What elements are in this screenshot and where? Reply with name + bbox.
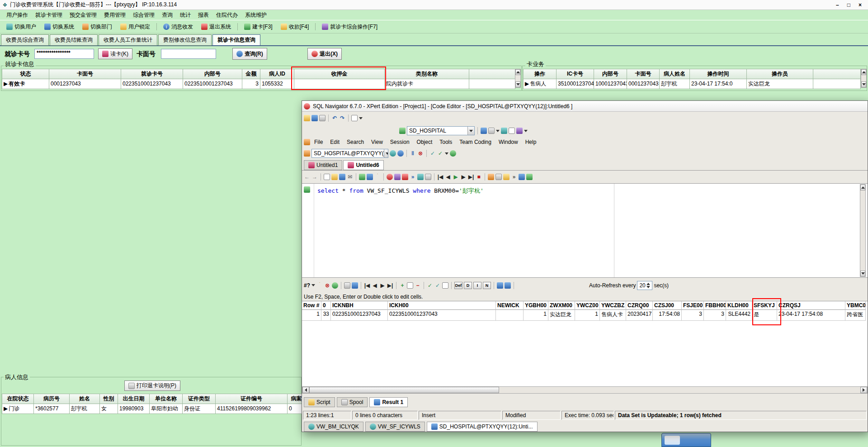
- toolbar-item-switch-user[interactable]: 切换用户: [3, 22, 40, 32]
- grid-column-sfskyj[interactable]: SFSKYJ: [752, 301, 777, 310]
- refresh-grid-icon[interactable]: [332, 282, 338, 289]
- cell-deposit[interactable]: [294, 79, 385, 89]
- refresh-session-icon[interactable]: [450, 150, 456, 157]
- query-button[interactable]: 查询(R): [232, 48, 267, 60]
- next-row-icon[interactable]: ▶: [379, 282, 386, 289]
- toolbar-item-messages[interactable]: i消息收发: [160, 22, 197, 32]
- column-header-birthdate[interactable]: 出生日期: [118, 394, 150, 404]
- column-header-patient-name[interactable]: 病人姓名: [660, 69, 690, 79]
- toolbar-item-lock-user[interactable]: 用户锁定: [117, 22, 154, 32]
- grid-column-kldh00[interactable]: KLDH00: [726, 301, 752, 310]
- doc-tab-untitled1[interactable]: Untitled1: [304, 160, 342, 170]
- editor-vertical-scrollbar[interactable]: [860, 184, 866, 277]
- next-record-icon[interactable]: ▶: [460, 174, 467, 180]
- describe-icon[interactable]: [387, 174, 393, 180]
- navigate-forward-icon[interactable]: →: [311, 174, 318, 180]
- menu-item-sys-maint[interactable]: 系统维护: [241, 10, 270, 20]
- sqlnav-menu-edit[interactable]: Edit: [327, 138, 343, 146]
- sqlnav-menu-object[interactable]: Object: [414, 138, 436, 146]
- menu-item-fee-mgmt[interactable]: 费用管理: [100, 10, 129, 20]
- ampersand-substitution-icon[interactable]: »: [410, 174, 416, 180]
- column-header-category[interactable]: 类别名称: [385, 69, 469, 79]
- grid-column-newick[interactable]: NEWICK: [496, 301, 524, 310]
- column-header-record-no[interactable]: 病历号: [34, 394, 70, 404]
- auto-refresh-interval-input[interactable]: 20: [637, 281, 652, 290]
- tab-fee-change-query[interactable]: 费别修改信息查询: [158, 34, 212, 46]
- sqlnav-menu-search[interactable]: Search: [344, 138, 367, 146]
- card-no-input[interactable]: ****************: [34, 49, 94, 59]
- card-business-scrollbar[interactable]: [861, 69, 867, 88]
- menu-item-card-mgmt[interactable]: 就诊卡管理: [32, 10, 66, 20]
- grid-column-ywczbz[interactable]: YWCZBZ: [600, 301, 626, 310]
- scroll-down-button[interactable]: [861, 81, 866, 87]
- cell-ic-cardno[interactable]: 3510001237043: [557, 79, 594, 89]
- spin-up-icon[interactable]: [646, 283, 650, 285]
- profiler-icon[interactable]: [501, 128, 507, 134]
- explain-plan-icon[interactable]: [488, 174, 494, 180]
- format-date-icon[interactable]: D: [464, 282, 472, 289]
- scroll-up-button[interactable]: [515, 69, 520, 75]
- last-record-icon[interactable]: ▶|: [468, 174, 474, 180]
- format-null-icon[interactable]: N: [483, 282, 491, 289]
- code-insight-icon[interactable]: [417, 174, 424, 180]
- card-info-data-row[interactable]: ▶有效卡 0001237043 0223510001237043 0223510…: [2, 79, 515, 89]
- pause-icon[interactable]: ‖: [410, 150, 416, 157]
- session-combo[interactable]: SD_HOSPITAL@PTXYQYY(: [311, 149, 388, 158]
- combo-dropdown-button[interactable]: [467, 127, 474, 135]
- scroll-up-button[interactable]: [860, 185, 865, 190]
- grid-cell-czrqsj[interactable]: 23-04-17 17:54:08: [777, 310, 845, 321]
- form-view-icon[interactable]: [505, 282, 511, 289]
- eye-icon[interactable]: [390, 150, 396, 157]
- first-record-icon[interactable]: |◀: [437, 174, 443, 180]
- toolbar-item-card-ops-f7[interactable]: 就诊卡综合操作[F7]: [318, 22, 381, 32]
- grid-column-czsj00[interactable]: CZSJ00: [653, 301, 682, 310]
- column-header-gender[interactable]: 性别: [100, 394, 118, 404]
- menu-item-prepay-mgmt[interactable]: 预交金管理: [66, 10, 100, 20]
- combo-dropdown-button[interactable]: [384, 149, 388, 157]
- execute-run-icon[interactable]: ▶: [453, 174, 459, 180]
- cell-id-type[interactable]: 身份证: [183, 404, 216, 414]
- data-grid-icon[interactable]: [402, 174, 408, 180]
- columns-icon[interactable]: [367, 174, 373, 180]
- column-header-operator[interactable]: 操作员: [747, 69, 813, 79]
- column-header-employer[interactable]: 单位名称: [150, 394, 183, 404]
- snapshot-icon[interactable]: [394, 174, 401, 180]
- sqlnav-menu-help[interactable]: Help: [522, 138, 540, 146]
- grid-cell-sfskyj[interactable]: 是: [752, 310, 777, 321]
- cell-employer[interactable]: 阜阳市妇幼: [150, 404, 183, 414]
- sqlnav-menu-session[interactable]: Session: [387, 138, 413, 146]
- cell-visit-status[interactable]: ▶门诊: [2, 404, 34, 414]
- scroll-up-button[interactable]: [861, 69, 866, 75]
- grid-column-czrqsj[interactable]: CZRQSJ: [777, 301, 845, 310]
- column-header-cardface[interactable]: 卡面号: [627, 69, 660, 79]
- dropdown-arrow-icon[interactable]: [524, 130, 528, 132]
- grid-cell-fbbh00[interactable]: 3: [704, 310, 726, 321]
- cell-name[interactable]: 彭宇杭: [70, 404, 100, 414]
- column-header-cardface[interactable]: 卡面号: [49, 69, 121, 79]
- cell-record-no[interactable]: *3602577: [34, 404, 70, 414]
- exit-button[interactable]: 退出(X): [307, 48, 342, 60]
- cell-operator[interactable]: 实达巨龙: [747, 79, 813, 89]
- abort-icon[interactable]: ⊗: [417, 150, 424, 157]
- sqlnav-titlebar[interactable]: SQL Navigator 6.7.0 - XPert Edition - [P…: [302, 101, 868, 112]
- tab-spool[interactable]: Spool: [337, 397, 368, 407]
- cell-operation[interactable]: ▶售病人: [524, 79, 557, 89]
- browser-icon[interactable]: [488, 128, 495, 134]
- format-default-icon[interactable]: Def: [454, 282, 462, 289]
- last-row-icon[interactable]: ▶|: [387, 282, 393, 289]
- more-tools-chevrons-icon[interactable]: »: [511, 174, 517, 180]
- cell-internal[interactable]: 0223510001237043: [183, 79, 242, 89]
- cell-id-number[interactable]: 411526199809039962: [216, 404, 288, 414]
- toolbar-item-collect-f4[interactable]: 收款[F4]: [277, 22, 313, 32]
- navigate-back-icon[interactable]: ←: [304, 174, 310, 180]
- maximize-button[interactable]: □: [847, 2, 850, 8]
- column-header-ic-cardno[interactable]: IC卡号: [557, 69, 594, 79]
- dropdown-arrow-icon[interactable]: [496, 130, 500, 132]
- menu-item-stats[interactable]: 统计: [176, 10, 194, 20]
- cell-category[interactable]: 院内就诊卡: [385, 79, 469, 89]
- sql-code-line[interactable]: select * from VW_SF_ICYWLS where BRXM00=…: [317, 187, 484, 195]
- quill-icon[interactable]: [526, 174, 533, 180]
- dropdown-arrow-icon[interactable]: [445, 152, 448, 155]
- grid-cell-kldh00[interactable]: SLE4442: [726, 310, 752, 321]
- cell-patientid[interactable]: 1055332: [260, 79, 294, 89]
